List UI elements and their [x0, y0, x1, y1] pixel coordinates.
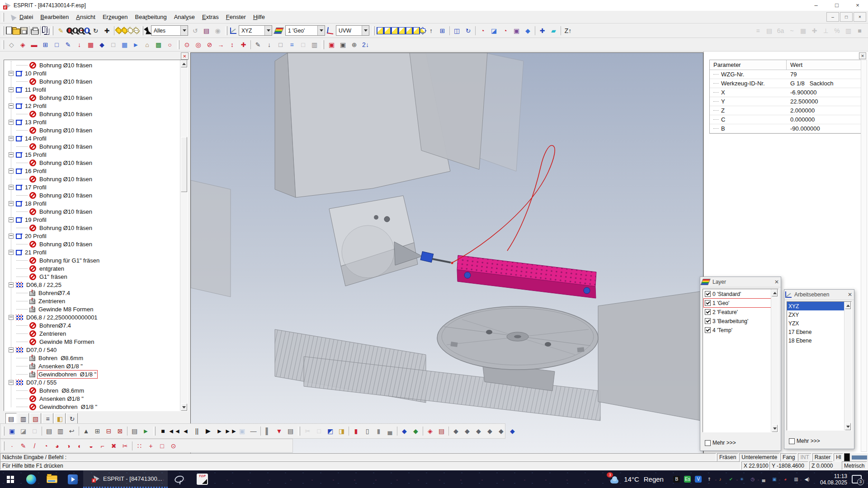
- weather-widget[interactable]: 3 14°C Regen: [609, 475, 668, 484]
- tree-expander-icon[interactable]: [9, 169, 14, 174]
- target-icon[interactable]: ⊕: [349, 39, 360, 50]
- tree-expander-icon[interactable]: [22, 95, 27, 100]
- spline-pencil-icon[interactable]: ✎: [62, 39, 74, 50]
- boss-feature-icon[interactable]: ◎: [193, 39, 204, 50]
- workplane-row[interactable]: 17 Ebene: [787, 328, 851, 336]
- layers-list-icon[interactable]: ▥: [843, 25, 854, 36]
- workplane-row[interactable]: 18 Ebene: [787, 336, 851, 345]
- parameter-column-header[interactable]: Parameter: [710, 60, 787, 70]
- play-icon[interactable]: ►: [203, 426, 214, 436]
- tree-expander-icon[interactable]: [9, 201, 14, 206]
- cone-5-icon[interactable]: ◆: [495, 426, 507, 436]
- simulation-settings-icon[interactable]: ▣: [6, 426, 18, 436]
- red-bar-icon[interactable]: ▬: [28, 39, 40, 50]
- report-page-icon[interactable]: ▤: [285, 426, 296, 436]
- status-fraesen[interactable]: Fräsen: [717, 453, 738, 461]
- loop-icon[interactable]: ▣: [236, 426, 248, 436]
- combo-dropdown-icon[interactable]: [180, 26, 188, 35]
- maximize-button[interactable]: □: [826, 0, 847, 10]
- cross-mark-icon[interactable]: +: [145, 441, 156, 451]
- zoom-window-icon[interactable]: [66, 28, 72, 33]
- probe-red-icon[interactable]: ▼: [274, 426, 285, 436]
- layer-more-checkbox[interactable]: [705, 440, 711, 446]
- tree-item[interactable]: Bohrung Ø10 fräsen: [4, 240, 180, 248]
- tree-expander-icon[interactable]: [9, 315, 14, 320]
- tree-expander-icon[interactable]: [9, 380, 14, 385]
- stock-compare-icon[interactable]: ⊟: [103, 426, 114, 436]
- tab-list-icon[interactable]: ≡: [42, 413, 53, 424]
- dark-block-icon[interactable]: ■: [854, 25, 865, 36]
- tree-item[interactable]: 16 Profil: [4, 167, 180, 175]
- rotate-plane-icon[interactable]: ↻: [462, 25, 474, 36]
- tree-close-icon[interactable]: ✕: [181, 52, 189, 60]
- tree-item[interactable]: BohrenØ7.4: [4, 289, 180, 297]
- close-button[interactable]: ×: [847, 0, 868, 10]
- sketch-pencil-icon[interactable]: ✎: [18, 441, 29, 451]
- tab-colors-icon[interactable]: ◧: [54, 413, 66, 424]
- tree-item[interactable]: D07,0 / 555: [4, 378, 180, 386]
- tray-sync-icon[interactable]: ◷: [749, 475, 757, 483]
- scroll-up-icon[interactable]: [181, 60, 187, 67]
- tree-expander-icon[interactable]: [22, 63, 27, 68]
- trim-icon[interactable]: ✖: [108, 441, 119, 451]
- mdi-minimize-button[interactable]: –: [826, 12, 839, 22]
- doc-return-icon[interactable]: ↩: [66, 426, 77, 436]
- tree-expander-icon[interactable]: [9, 234, 14, 239]
- tree-item[interactable]: D06,8 / 22,25: [4, 281, 180, 289]
- tree-item[interactable]: 13 Profil: [4, 118, 180, 126]
- tree-item[interactable]: Zentrieren: [4, 329, 180, 338]
- pan-icon[interactable]: ✚: [101, 25, 113, 36]
- circle-center-dot-icon[interactable]: ⊙: [168, 441, 179, 451]
- menu-analyse[interactable]: Analyse: [170, 12, 198, 22]
- parameter-row[interactable]: Werkzeug-ID-Nr. G 1/8 Sackloch: [710, 79, 862, 88]
- tree-expander-icon[interactable]: [22, 274, 27, 279]
- doc-sync-icon[interactable]: ▥: [55, 426, 66, 436]
- tree-item[interactable]: Bohrung Ø10 fräsen: [4, 110, 180, 118]
- combo-dropdown-icon[interactable]: [362, 26, 369, 35]
- scroll-down-icon[interactable]: [772, 425, 778, 432]
- layer-checkbox[interactable]: [705, 300, 711, 306]
- tree-item[interactable]: Bohrung Ø10 fräsen: [4, 224, 180, 232]
- cross-red-icon[interactable]: ✚: [238, 39, 249, 50]
- scroll-up-icon[interactable]: [772, 289, 778, 296]
- tab-refresh-icon[interactable]: ↻: [66, 413, 78, 424]
- parameter-row[interactable]: C 0.000000: [710, 115, 862, 124]
- tree-item[interactable]: Bohren Ø8.6mm: [4, 386, 180, 394]
- media-player-icon[interactable]: [62, 470, 83, 488]
- tool-compare-icon[interactable]: ⊞: [92, 426, 103, 436]
- redraw-icon[interactable]: ✎: [55, 25, 66, 36]
- z-depth-icon[interactable]: Z↑: [562, 25, 574, 36]
- menu-erzeugen[interactable]: Erzeugen: [99, 12, 132, 22]
- to-end-icon[interactable]: ►►: [225, 426, 236, 436]
- zoom-in-icon[interactable]: [72, 28, 78, 33]
- copy-icon[interactable]: [42, 27, 47, 33]
- uvw-combo[interactable]: UVW: [336, 25, 369, 36]
- scroll-down-icon[interactable]: [181, 404, 187, 411]
- layer-row[interactable]: 4 'Temp': [704, 326, 777, 334]
- tree-item[interactable]: Bohrung Ø10 fräsen: [4, 191, 180, 199]
- tree-item[interactable]: Bohrung Ø10 fräsen: [4, 207, 180, 216]
- circle-3pt-icon[interactable]: ◒: [85, 441, 97, 451]
- tree-expander-icon[interactable]: [22, 331, 27, 336]
- combo-dropdown-icon[interactable]: [317, 26, 325, 35]
- layer-row[interactable]: 0 'Standard': [704, 290, 777, 298]
- menu-datei[interactable]: Datei: [16, 12, 37, 22]
- workplanes-panel-titlebar[interactable]: Arbeitsebenen ✕: [784, 290, 854, 300]
- select-arrow-icon[interactable]: [144, 27, 151, 34]
- solid-green-icon[interactable]: ◆: [410, 426, 421, 436]
- arrow-page-icon[interactable]: ►: [130, 39, 142, 50]
- tree-expander-icon[interactable]: [9, 282, 14, 287]
- multi-pencil-icon[interactable]: ✎: [252, 39, 264, 50]
- tree-item[interactable]: 21 Profil: [4, 248, 180, 256]
- cone-blue-icon[interactable]: ◆: [507, 426, 518, 436]
- battery-icon[interactable]: ▮: [350, 426, 362, 436]
- down-bar-icon[interactable]: ↓: [264, 39, 275, 50]
- point-dot-icon[interactable]: ·: [6, 441, 18, 451]
- protocol-icon[interactable]: ▤: [129, 426, 140, 436]
- notification-center-icon[interactable]: 3: [852, 475, 862, 483]
- stock-model-icon[interactable]: ◆: [522, 25, 533, 36]
- tree-expander-icon[interactable]: [9, 250, 14, 255]
- tree-item[interactable]: 19 Profil: [4, 216, 180, 224]
- tree-scrollbar[interactable]: [180, 60, 188, 411]
- tree-expander-icon[interactable]: [22, 404, 27, 409]
